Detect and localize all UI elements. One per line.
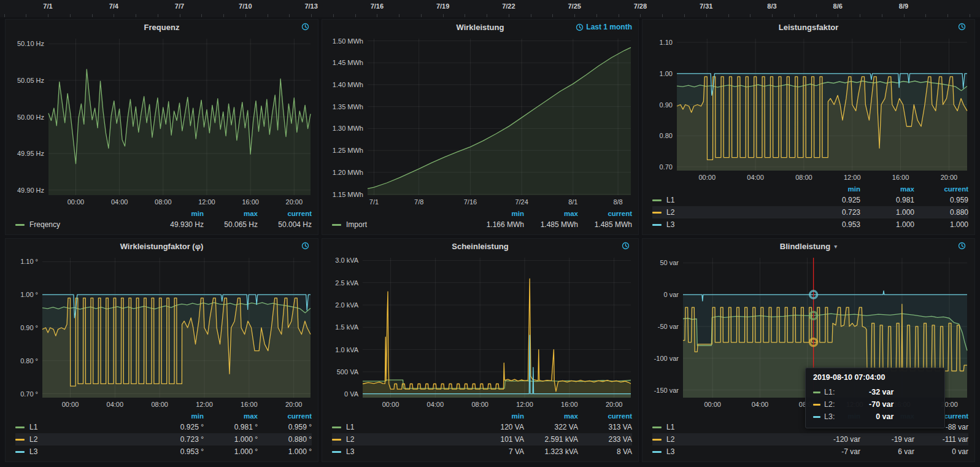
series-color-swatch <box>15 451 25 453</box>
legend-col-current[interactable]: current <box>258 412 312 420</box>
time-series-chart[interactable]: 00:0004:0008:0012:0016:0020:003.0 kVA2.5… <box>322 253 638 410</box>
time-axis-date-label: 8/6 <box>833 2 843 10</box>
legend-value-current: 233 VA <box>578 435 632 444</box>
panel-time-range-badge[interactable] <box>622 242 632 250</box>
legend-value-min: 7 VA <box>470 447 524 456</box>
series-name[interactable]: L1 <box>666 196 674 204</box>
legend-row-l3: L30.953 °1.000 °1.000 ° <box>15 446 312 458</box>
series-name[interactable]: L1 <box>346 423 354 431</box>
time-axis-tick <box>201 14 202 17</box>
series-name[interactable]: L1 <box>29 423 37 431</box>
legend-value-current: 0.880 <box>914 208 968 217</box>
legend-value-current: 1.000 ° <box>258 447 312 456</box>
time-axis-tick <box>268 14 268 17</box>
series-name[interactable]: Import <box>346 220 367 229</box>
legend-col-min[interactable]: min <box>150 412 204 420</box>
panel-title[interactable]: Wirkleistung <box>457 23 504 32</box>
time-axis-tick <box>838 14 838 17</box>
legend-value-max: -19 var <box>860 435 914 444</box>
series-name[interactable]: L3 <box>346 447 354 456</box>
series-name[interactable]: L2 <box>666 208 674 217</box>
svg-text:0.80 °: 0.80 ° <box>20 357 38 365</box>
panel-time-range-badge[interactable] <box>958 242 968 250</box>
legend-value-max: 0.981 <box>860 196 914 204</box>
legend-col-current[interactable]: current <box>914 185 968 193</box>
legend: minmaxcurrentL10.925 °0.981 °0.959 °L20.… <box>6 410 318 461</box>
svg-text:1.35 MWh: 1.35 MWh <box>333 103 363 110</box>
legend-value-max: 50.065 Hz <box>204 220 258 229</box>
legend-col-current[interactable]: current <box>578 210 632 217</box>
series-name[interactable]: Freqency <box>29 220 60 229</box>
time-axis-tick <box>158 14 158 17</box>
series-name[interactable]: L3 <box>666 447 674 456</box>
series-name[interactable]: L3 <box>29 447 37 456</box>
series-name[interactable]: L2 <box>666 435 674 444</box>
time-series-chart[interactable]: 7/17/87/167/248/18/81.50 MWh1.45 MWh1.40… <box>322 34 638 207</box>
legend-header: minmaxcurrent <box>652 183 968 194</box>
series-name[interactable]: L2 <box>29 435 37 444</box>
panel-leistungsfaktor: Leistungsfaktor 00:0004:0008:0012:0016:0… <box>642 19 975 235</box>
panel-title[interactable]: Frequenz <box>144 23 180 32</box>
legend-row-l3: L3-7 var6 var0 var <box>652 446 968 458</box>
series-name[interactable]: L3 <box>666 220 674 229</box>
time-axis-date-label: 7/1 <box>43 2 52 10</box>
svg-text:1.10 °: 1.10 ° <box>20 258 38 265</box>
time-axis-date-label: 7/25 <box>568 2 581 10</box>
legend-row-freqency: Freqency49.930 Hz50.065 Hz50.004 Hz <box>15 218 312 231</box>
svg-text:500 VA: 500 VA <box>337 368 359 376</box>
series-name[interactable]: L2 <box>346 435 354 444</box>
chart-area: 00:0004:0008:0012:0016:0020:001.101.000.… <box>642 34 974 183</box>
panel-title[interactable]: Blindleistung <box>780 242 830 251</box>
panel-title[interactable]: Leistungsfaktor <box>779 23 839 32</box>
series-color-swatch <box>813 416 820 418</box>
panel-time-range-badge[interactable] <box>301 242 312 250</box>
shared-time-axis[interactable]: 7/17/47/77/107/137/167/197/227/257/287/3… <box>0 0 980 17</box>
panel-header: Leistungsfaktor <box>642 20 974 34</box>
series-color-swatch <box>15 439 25 441</box>
svg-text:08:00: 08:00 <box>155 198 172 206</box>
legend-value-current: 313 VA <box>578 423 632 431</box>
time-axis-tick <box>662 14 663 17</box>
legend-header: minmaxcurrent <box>332 208 632 218</box>
legend-col-current[interactable]: current <box>578 412 632 420</box>
svg-text:16:00: 16:00 <box>892 174 909 181</box>
time-series-chart[interactable]: 00:0004:0008:0012:0016:0020:001.101.000.… <box>642 34 974 183</box>
panel-title[interactable]: Wirkleistungfaktor (φ) <box>120 242 204 251</box>
panel-time-range-badge[interactable]: Last 1 month <box>576 23 632 31</box>
time-axis-date-label: 8/9 <box>899 2 908 10</box>
legend-value-current: 8 VA <box>578 447 632 456</box>
series-name[interactable]: L1 <box>666 423 674 431</box>
panel-time-range-badge[interactable] <box>958 23 968 31</box>
time-axis-date-label: 7/10 <box>239 2 252 10</box>
legend-col-min[interactable]: min <box>470 412 524 420</box>
legend-col-max[interactable]: max <box>524 412 578 420</box>
legend-col-min[interactable]: min <box>150 210 204 217</box>
panel-time-range-badge[interactable] <box>301 23 312 31</box>
legend-col-max[interactable]: max <box>524 210 578 217</box>
legend-col-min[interactable]: min <box>806 185 860 193</box>
time-axis-tick <box>706 14 707 17</box>
legend-col-min[interactable]: min <box>470 210 524 217</box>
legend-col-current[interactable]: current <box>258 210 312 217</box>
time-axis-tick <box>48 14 48 17</box>
panel-menu-caret-icon[interactable]: ▾ <box>834 243 837 250</box>
panel-title[interactable]: Scheinleistung <box>452 242 508 251</box>
time-axis-tick <box>794 14 795 17</box>
legend-col-max[interactable]: max <box>860 185 914 193</box>
svg-text:20:00: 20:00 <box>606 401 623 408</box>
legend-value-min: 101 VA <box>470 435 524 444</box>
legend-col-max[interactable]: max <box>204 210 258 217</box>
svg-text:1.5 kVA: 1.5 kVA <box>335 323 358 331</box>
legend-col-max[interactable]: max <box>204 412 258 420</box>
chart-area: 00:0004:0008:0012:0016:0020:001.10 °1.00… <box>6 253 318 410</box>
series-color-swatch <box>652 451 662 453</box>
svg-text:0.70: 0.70 <box>660 163 673 171</box>
svg-text:20:00: 20:00 <box>285 401 303 408</box>
svg-text:00:00: 00:00 <box>62 401 79 408</box>
clock-icon <box>958 23 966 31</box>
legend-value-min: 0.953 <box>806 220 860 229</box>
time-series-chart[interactable]: 00:0004:0008:0012:0016:0020:0050.10 Hz50… <box>6 34 318 207</box>
svg-text:1.0 kVA: 1.0 kVA <box>335 346 358 353</box>
time-axis-date-label: 8/3 <box>767 2 776 10</box>
time-series-chart[interactable]: 00:0004:0008:0012:0016:0020:001.10 °1.00… <box>6 253 318 410</box>
